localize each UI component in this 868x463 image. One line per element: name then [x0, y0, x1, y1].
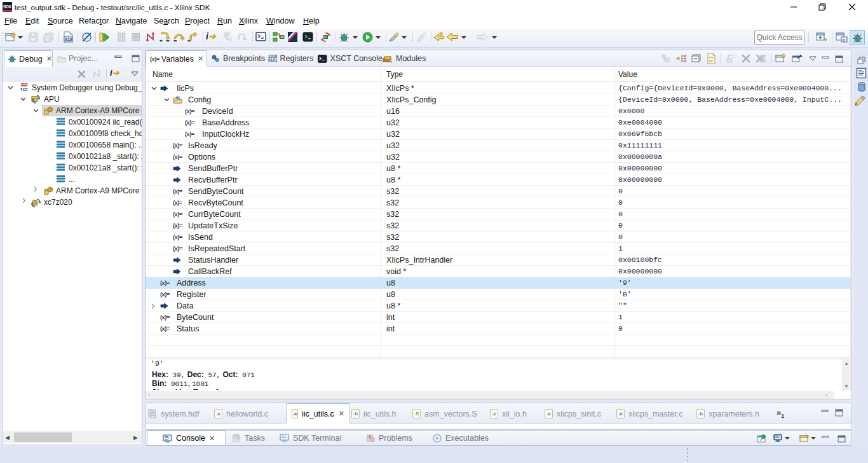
svg-text:C: C — [843, 38, 846, 42]
svg-text:010: 010 — [65, 38, 72, 42]
svg-text:TCF: TCF — [20, 88, 28, 92]
